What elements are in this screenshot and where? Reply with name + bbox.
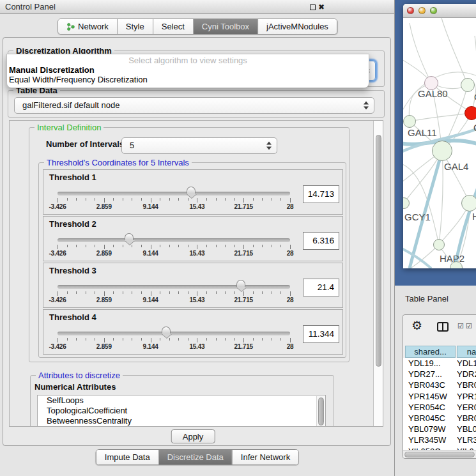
slider-tick xyxy=(141,245,142,247)
threshold-value-field[interactable]: 14.713 xyxy=(303,185,339,203)
node-label-gal4: GAL4 xyxy=(444,161,468,172)
column-header-shared-name[interactable]: shared... xyxy=(405,346,456,358)
slider-tick xyxy=(178,338,179,341)
slider-track[interactable] xyxy=(58,192,290,196)
threshold-value-field[interactable]: 21.4 xyxy=(303,279,339,296)
tab-infer-network[interactable]: Infer Network xyxy=(232,450,298,464)
threshold-panel-3: Threshold 3-3.4262.8599.14415.4321.71528… xyxy=(43,263,343,308)
node-gal11[interactable] xyxy=(403,115,416,128)
table-hscrollbar[interactable] xyxy=(403,450,476,458)
network-window-titlebar xyxy=(403,4,476,18)
tab-select[interactable]: Select xyxy=(153,19,193,34)
attribute-item-betweennesscentrality[interactable]: BetweennessCentrality xyxy=(38,416,325,426)
slider-thumb[interactable] xyxy=(187,187,196,194)
algorithm-option-manual-discretization[interactable]: Manual Discretization xyxy=(7,65,369,75)
slider-tick xyxy=(141,291,142,294)
tab-cyni-toolbox[interactable]: Cyni Toolbox xyxy=(193,19,257,34)
table-row[interactable]: YBR045CYBR0 xyxy=(403,413,476,424)
tab-discretize-data[interactable]: Discretize Data xyxy=(158,450,232,464)
slider-tick xyxy=(243,338,244,342)
slider-tick xyxy=(243,198,244,203)
cell-name: YER0 xyxy=(454,402,476,413)
slider-tick xyxy=(58,245,58,249)
slider-tick xyxy=(169,291,170,294)
table-row[interactable]: YBR043CYBR0 xyxy=(403,380,476,390)
slider-track[interactable] xyxy=(58,285,290,289)
node-right-h[interactable] xyxy=(461,195,476,211)
threshold-value-field[interactable]: 6.316 xyxy=(303,232,339,250)
slider-tick xyxy=(290,245,291,249)
node-hap2[interactable] xyxy=(433,239,445,250)
node-gal4[interactable] xyxy=(432,141,452,161)
threshold-label: Threshold 3 xyxy=(49,266,96,275)
cyni-mode-tabs: Impute DataDiscretize DataInfer Network xyxy=(96,449,299,465)
attribute-item-topologicalcoefficient[interactable]: TopologicalCoefficient xyxy=(38,406,325,416)
slider-tick xyxy=(188,245,188,247)
close-panel-icon[interactable]: ✖ xyxy=(318,2,325,12)
slider-tick xyxy=(132,338,132,341)
slider-tick xyxy=(280,291,281,294)
algorithm-option-equal-width-frequency-discretization[interactable]: Equal Width/Frequency Discretization xyxy=(7,75,369,84)
attributes-list-scrollbar[interactable] xyxy=(316,396,325,427)
float-panel-icon[interactable] xyxy=(310,4,316,10)
slider-tick xyxy=(169,198,170,201)
table-row[interactable]: YBL079WYBL0 xyxy=(403,424,476,434)
checkbox-icon[interactable]: ☑ xyxy=(466,322,472,330)
table-hscrollbar-thumb[interactable] xyxy=(404,452,475,457)
minimize-traffic-light[interactable] xyxy=(418,7,426,14)
settings-scrollbar-thumb[interactable] xyxy=(376,135,381,367)
close-traffic-light[interactable] xyxy=(407,7,414,14)
slider-tick xyxy=(76,338,77,341)
table-row[interactable]: YDL19...YDL1 xyxy=(403,358,476,369)
checkbox-icon[interactable]: ☑ xyxy=(457,322,464,330)
algorithm-dropdown-popup: Select algorithm to view settings Manual… xyxy=(6,54,369,88)
slider-tick xyxy=(160,291,160,294)
table-data-select[interactable]: galFiltered.sif default node xyxy=(14,97,374,114)
table-row[interactable]: YLR345WYLR3 xyxy=(403,434,476,445)
slider-tick xyxy=(262,291,263,294)
table-row[interactable]: YDR27...YDR2 xyxy=(403,369,476,380)
slider-tick-label: 9.144 xyxy=(143,296,158,303)
slider-tick xyxy=(188,198,188,201)
zoom-traffic-light[interactable] xyxy=(430,7,437,14)
apply-button[interactable]: Apply xyxy=(171,429,215,443)
slider-tick xyxy=(76,245,77,247)
slider-tick xyxy=(272,291,272,294)
algorithm-hint-option: Select algorithm to view settings xyxy=(7,54,369,65)
slider-tick xyxy=(58,198,58,203)
slider-tick xyxy=(67,198,68,201)
slider-thumb[interactable] xyxy=(162,326,171,334)
tab-jactivemnodules[interactable]: jActiveMNodules xyxy=(257,19,337,34)
tab-impute-data[interactable]: Impute Data xyxy=(96,450,158,464)
slider-tick xyxy=(216,291,217,294)
interval-group-title: Interval Definition xyxy=(35,123,104,132)
table-row[interactable]: YPR145WYPR1 xyxy=(403,391,476,402)
column-header-name[interactable]: na xyxy=(457,346,476,358)
slider-thumb[interactable] xyxy=(236,280,245,287)
number-of-intervals-select[interactable]: 5 xyxy=(121,137,277,154)
slider-thumb[interactable] xyxy=(125,233,134,240)
node-label-hap2: HAP2 xyxy=(440,253,464,264)
node-top-right[interactable] xyxy=(461,78,475,92)
slider-tick xyxy=(234,245,235,247)
threshold-value-field[interactable]: 11.344 xyxy=(303,325,339,343)
attribute-item-selfloops[interactable]: SelfLoops xyxy=(38,395,325,406)
slider-tick xyxy=(225,338,226,341)
tab-network[interactable]: Network xyxy=(58,19,117,34)
tab-style[interactable]: Style xyxy=(117,19,153,34)
slider-track[interactable] xyxy=(58,238,290,242)
gear-icon[interactable]: ⚙ xyxy=(411,319,422,333)
tab-label: Impute Data xyxy=(105,452,150,462)
slider-tick xyxy=(243,245,244,249)
threshold-panel-2: Threshold 2-3.4262.8599.14415.4321.71528… xyxy=(43,216,343,261)
settings-scrollbar[interactable] xyxy=(373,121,383,426)
network-canvas[interactable]: GAL80GCGAL11GAL4GCY1HHAP2 xyxy=(403,18,476,268)
node-red[interactable] xyxy=(464,106,476,120)
slider-tick xyxy=(206,198,207,201)
column-layout-icon[interactable] xyxy=(437,322,449,332)
tab-label: Style xyxy=(126,22,144,31)
table-row[interactable]: YER054CYER0 xyxy=(403,402,476,413)
cell-shared-name: YBR043C xyxy=(403,380,454,390)
slider-track[interactable] xyxy=(58,332,290,335)
attributes-scrollbar-thumb[interactable] xyxy=(318,397,324,426)
